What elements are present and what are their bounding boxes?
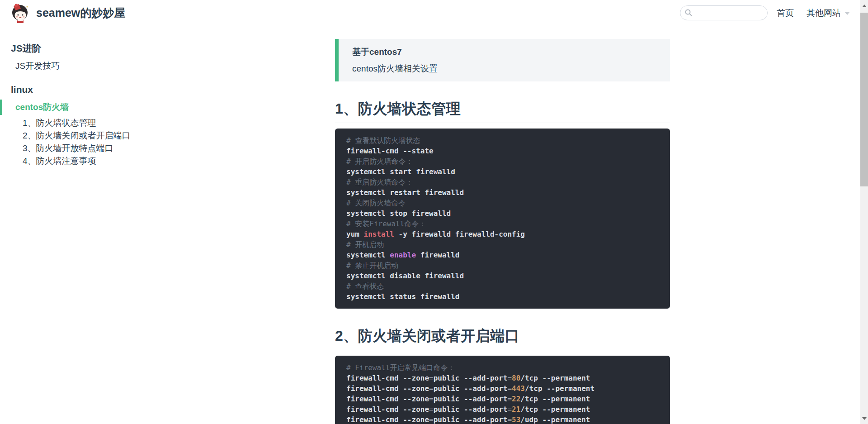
tip-block: 基于centos7 centos防火墙相关设置 xyxy=(335,39,670,81)
scrollbar-thumb[interactable] xyxy=(860,13,868,186)
section-heading: 2、防火墙关闭或者开启端口 xyxy=(335,327,670,350)
sidebar-group-title: JS进阶 xyxy=(0,43,144,54)
sidebar-group: linuxcentos防火墙1、防火墙状态管理2、防火墙关闭或者开启端口3、防火… xyxy=(0,84,144,167)
navbar: seamew的妙妙屋 首页其他网站 xyxy=(0,0,868,26)
page-layout: JS进阶JS开发技巧linuxcentos防火墙1、防火墙状态管理2、防火墙关闭… xyxy=(0,26,868,424)
scrollbar-up-button[interactable] xyxy=(860,0,868,11)
arrow-up-icon xyxy=(862,5,867,7)
sidebar-group: JS进阶JS开发技巧 xyxy=(0,43,144,74)
tip-line-1: 基于centos7 xyxy=(352,47,656,57)
search-icon xyxy=(685,9,692,16)
search-input[interactable] xyxy=(680,5,768,20)
code-block: # Firewall开启常见端口命令： firewall-cmd --zone=… xyxy=(335,356,670,424)
vertical-scrollbar[interactable] xyxy=(860,0,868,424)
article: 基于centos7 centos防火墙相关设置 1、防火墙状态管理# 查看默认防… xyxy=(335,39,670,424)
code-content: # 查看默认防火墙状态 firewall-cmd --state # 开启防火墙… xyxy=(346,135,659,302)
nav-link-label: 其他网站 xyxy=(807,7,841,19)
section-heading: 1、防火墙状态管理 xyxy=(335,100,670,123)
scrollbar-down-button[interactable] xyxy=(860,413,868,424)
sidebar: JS进阶JS开发技巧linuxcentos防火墙1、防火墙状态管理2、防火墙关闭… xyxy=(0,26,144,424)
article-sections: 1、防火墙状态管理# 查看默认防火墙状态 firewall-cmd --stat… xyxy=(335,100,670,424)
chevron-down-icon xyxy=(844,12,850,15)
sidebar-sub-items: 1、防火墙状态管理2、防火墙关闭或者开启端口3、防火墙开放特点端口4、防火墙注意… xyxy=(0,117,144,167)
navbar-links: 首页其他网站 xyxy=(777,7,850,19)
nav-link-label: 首页 xyxy=(777,7,794,19)
site-title: seamew的妙妙屋 xyxy=(36,5,125,20)
main-content: 基于centos7 centos防火墙相关设置 1、防火墙状态管理# 查看默认防… xyxy=(144,26,868,424)
sidebar-sub-item[interactable]: 3、防火墙开放特点端口 xyxy=(0,142,144,155)
nav-link-home[interactable]: 首页 xyxy=(777,7,794,19)
search-box[interactable] xyxy=(680,5,768,20)
tip-line-2: centos防火墙相关设置 xyxy=(352,64,656,73)
code-block: # 查看默认防火墙状态 firewall-cmd --state # 开启防火墙… xyxy=(335,129,670,309)
site-logo-icon xyxy=(10,3,30,23)
site-home-link[interactable]: seamew的妙妙屋 xyxy=(10,3,125,23)
arrow-down-icon xyxy=(862,417,867,420)
nav-link-other-sites[interactable]: 其他网站 xyxy=(807,7,850,19)
sidebar-sub-item[interactable]: 2、防火墙关闭或者开启端口 xyxy=(0,129,144,142)
sidebar-item[interactable]: centos防火墙 xyxy=(0,100,144,115)
sidebar-item[interactable]: JS开发技巧 xyxy=(0,58,144,74)
sidebar-sub-item[interactable]: 4、防火墙注意事项 xyxy=(0,155,144,167)
sidebar-sub-item[interactable]: 1、防火墙状态管理 xyxy=(0,117,144,129)
code-content: # Firewall开启常见端口命令： firewall-cmd --zone=… xyxy=(346,362,659,424)
sidebar-group-title: linux xyxy=(0,84,144,95)
